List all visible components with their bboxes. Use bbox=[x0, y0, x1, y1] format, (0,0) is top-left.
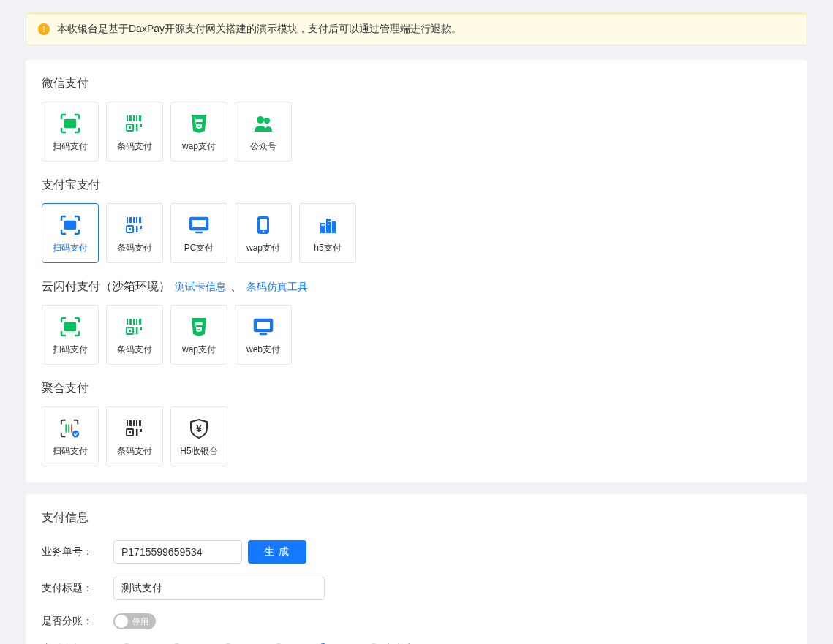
wechat-wap-option[interactable]: wap支付 bbox=[170, 102, 227, 162]
svg-rect-21 bbox=[140, 226, 142, 229]
aggregate-h5-option[interactable]: ¥ H5收银台 bbox=[170, 406, 227, 466]
alipay-scan-option[interactable]: 扫码支付 bbox=[42, 203, 99, 263]
aggregate-title-text: 聚合支付 bbox=[42, 381, 88, 396]
svg-rect-46 bbox=[257, 322, 270, 329]
svg-rect-20 bbox=[136, 226, 138, 232]
mobile-icon bbox=[252, 214, 274, 236]
payment-info-title: 支付信息 bbox=[42, 510, 791, 526]
alipay-pc-option[interactable]: PC支付 bbox=[170, 203, 227, 263]
svg-rect-44 bbox=[140, 327, 142, 330]
svg-text:¥: ¥ bbox=[196, 423, 202, 434]
svg-point-10 bbox=[257, 116, 264, 124]
alipay-barcode-option[interactable]: 条码支付 bbox=[106, 203, 163, 263]
wechat-public-option[interactable]: 公众号 bbox=[235, 102, 292, 162]
generate-button[interactable]: 生成 bbox=[248, 540, 306, 564]
svg-rect-25 bbox=[260, 219, 267, 230]
svg-rect-42 bbox=[129, 330, 131, 332]
monitor-icon bbox=[188, 214, 210, 236]
option-label: PC支付 bbox=[184, 243, 214, 252]
pay-title-row: 支付标题： bbox=[42, 577, 791, 600]
scan-mixed-icon bbox=[59, 417, 81, 439]
svg-point-11 bbox=[264, 118, 270, 124]
svg-rect-19 bbox=[129, 228, 131, 230]
svg-rect-51 bbox=[127, 420, 128, 426]
unionpay-scan-option[interactable]: 扫码支付 bbox=[42, 305, 99, 365]
order-no-row: 业务单号： 生成 bbox=[42, 540, 791, 564]
option-label: 条码支付 bbox=[117, 345, 152, 354]
svg-rect-53 bbox=[133, 420, 135, 426]
buildings-icon bbox=[317, 214, 339, 236]
barcode-sim-link[interactable]: 条码仿真工具 bbox=[246, 281, 308, 294]
alert-banner: ! 本收银台是基于DaxPay开源支付网关搭建的演示模块，支付后可以通过管理端进… bbox=[26, 13, 807, 45]
split-label: 是否分账： bbox=[42, 615, 108, 628]
svg-rect-13 bbox=[127, 217, 128, 223]
option-label: 扫码支付 bbox=[53, 243, 88, 252]
scan-qr-icon bbox=[59, 316, 81, 338]
wechat-options: 扫码支付 条码支付 wap支付 公众号 bbox=[42, 102, 791, 162]
unionpay-barcode-option[interactable]: 条码支付 bbox=[106, 305, 163, 365]
svg-rect-12 bbox=[65, 221, 75, 229]
option-label: h5支付 bbox=[314, 243, 341, 252]
yen-shield-icon: ¥ bbox=[188, 417, 210, 439]
order-no-input[interactable] bbox=[113, 540, 242, 564]
wechat-group-title: 微信支付 bbox=[42, 76, 791, 91]
warning-icon: ! bbox=[38, 23, 50, 35]
option-label: 扫码支付 bbox=[53, 447, 88, 455]
unionpay-web-option[interactable]: web支付 bbox=[235, 305, 292, 365]
unionpay-title-text: 云闪付支付（沙箱环境） bbox=[42, 279, 170, 295]
aggregate-group-title: 聚合支付 bbox=[42, 381, 791, 396]
svg-rect-27 bbox=[320, 223, 325, 233]
order-no-label: 业务单号： bbox=[42, 545, 108, 558]
split-switch[interactable]: 停用 bbox=[113, 613, 156, 629]
svg-rect-36 bbox=[127, 319, 128, 325]
alipay-group-title: 支付宝支付 bbox=[42, 178, 791, 193]
svg-rect-35 bbox=[65, 323, 75, 330]
switch-text: 停用 bbox=[132, 616, 148, 627]
option-label: 公众号 bbox=[250, 142, 276, 151]
alert-text: 本收银台是基于DaxPay开源支付网关搭建的演示模块，支付后可以通过管理端进行退… bbox=[57, 23, 461, 36]
svg-rect-4 bbox=[136, 115, 137, 121]
payment-info-card: 支付信息 业务单号： 生成 支付标题： 是否分账： 停用 支付金额(元)： 0.… bbox=[26, 494, 807, 644]
option-label: 扫码支付 bbox=[53, 142, 88, 151]
svg-rect-0 bbox=[65, 120, 75, 127]
alipay-h5-option[interactable]: h5支付 bbox=[299, 203, 356, 263]
pay-title-input[interactable] bbox=[113, 577, 325, 600]
svg-rect-31 bbox=[323, 224, 325, 226]
separator: 、 bbox=[230, 279, 242, 295]
test-card-link[interactable]: 测试卡信息 bbox=[175, 281, 226, 294]
svg-rect-15 bbox=[133, 217, 135, 223]
aggregate-scan-option[interactable]: 扫码支付 bbox=[42, 406, 99, 466]
svg-rect-9 bbox=[140, 124, 142, 127]
svg-point-26 bbox=[263, 231, 265, 233]
unionpay-group-title: 云闪付支付（沙箱环境） 测试卡信息、条码仿真工具 bbox=[42, 279, 791, 295]
alipay-options: 扫码支付 条码支付 PC支付 wap支付 bbox=[42, 203, 791, 263]
svg-rect-14 bbox=[129, 217, 132, 223]
html5-icon bbox=[188, 316, 210, 338]
wechat-scan-option[interactable]: 扫码支付 bbox=[42, 102, 99, 162]
scan-qr-icon bbox=[59, 214, 81, 236]
alipay-wap-option[interactable]: wap支付 bbox=[235, 203, 292, 263]
svg-rect-58 bbox=[136, 429, 138, 436]
svg-rect-33 bbox=[330, 221, 331, 222]
svg-rect-54 bbox=[136, 420, 137, 426]
option-label: 扫码支付 bbox=[53, 345, 88, 354]
svg-rect-38 bbox=[133, 319, 135, 325]
payment-methods-card: 微信支付 扫码支付 条码支付 wap支付 bbox=[26, 60, 807, 482]
svg-rect-5 bbox=[139, 115, 141, 121]
wechat-title-text: 微信支付 bbox=[42, 76, 88, 91]
split-row: 是否分账： 停用 bbox=[42, 613, 791, 629]
wechat-barcode-option[interactable]: 条码支付 bbox=[106, 102, 163, 162]
unionpay-wap-option[interactable]: wap支付 bbox=[170, 305, 227, 365]
svg-rect-43 bbox=[136, 327, 138, 334]
svg-rect-59 bbox=[140, 429, 142, 432]
barcode-mono-icon bbox=[124, 417, 146, 439]
svg-rect-29 bbox=[332, 221, 336, 233]
svg-rect-34 bbox=[328, 224, 329, 225]
aggregate-barcode-option[interactable]: 条码支付 bbox=[106, 406, 163, 466]
svg-rect-17 bbox=[139, 217, 141, 223]
svg-rect-1 bbox=[127, 115, 128, 121]
svg-rect-47 bbox=[65, 424, 67, 432]
option-label: wap支付 bbox=[246, 243, 280, 252]
pay-title-label: 支付标题： bbox=[42, 582, 108, 595]
switch-knob bbox=[115, 615, 128, 628]
